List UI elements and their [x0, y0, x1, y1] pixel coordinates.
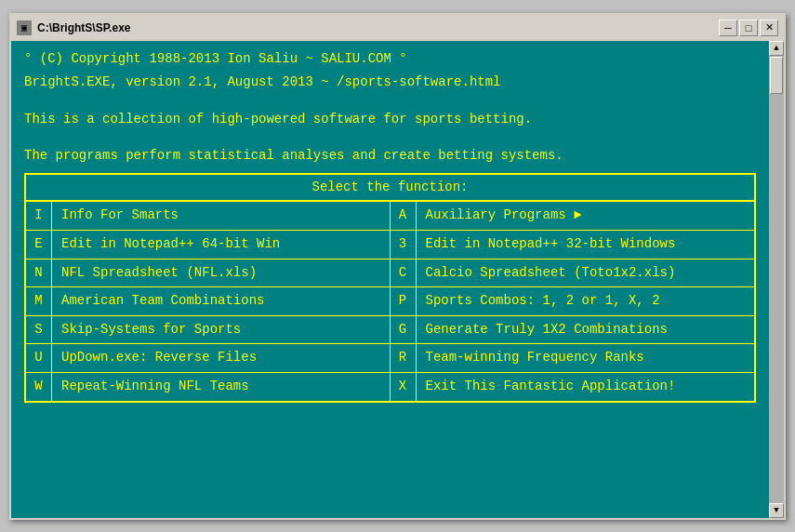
- window-title: C:\BrightS\SP.exe: [37, 21, 713, 34]
- window-icon: ▣: [17, 20, 32, 35]
- menu-label-G: Generate Truly 1X2 Combinations: [417, 316, 755, 344]
- menu-key-I: I: [26, 202, 52, 230]
- menu-grid: I Info For Smarts A Auxiliary Programs ►…: [26, 202, 754, 400]
- menu-label-M: American Team Combinations: [52, 287, 390, 315]
- copyright-line: ° (C) Copyright 1988-2013 Ion Saliu ~ SA…: [24, 50, 756, 69]
- scroll-up-button[interactable]: ▲: [769, 41, 784, 56]
- menu-label-X: Exit This Fantastic Application!: [417, 373, 755, 401]
- menu-key-A: A: [391, 202, 417, 230]
- menu-key-S: S: [26, 316, 52, 344]
- menu-row-3-right[interactable]: 3 Edit in Notepad++ 32-bit Windows: [391, 231, 755, 259]
- menu-label-P: Sports Combos: 1, 2 or 1, X, 2: [417, 287, 755, 315]
- menu-box: Select the function: I Info For Smarts A…: [24, 173, 756, 403]
- menu-label-3: Edit in Notepad++ 32-bit Windows: [417, 231, 755, 259]
- scroll-down-button[interactable]: ▼: [769, 503, 784, 518]
- maximize-button[interactable]: □: [739, 20, 758, 36]
- terminal: ° (C) Copyright 1988-2013 Ion Saliu ~ SA…: [11, 41, 769, 518]
- scrollbar[interactable]: ▲ ▼: [769, 41, 784, 518]
- menu-key-X: X: [391, 373, 417, 401]
- title-bar: ▣ C:\BrightS\SP.exe ─ □ ✕: [11, 15, 784, 41]
- menu-label-E: Edit in Notepad++ 64-bit Win: [52, 231, 390, 259]
- menu-key-M: M: [26, 287, 52, 315]
- menu-key-U: U: [26, 344, 52, 372]
- menu-key-C: C: [391, 259, 417, 287]
- menu-key-N: N: [26, 259, 52, 287]
- menu-label-A: Auxiliary Programs ►: [417, 202, 755, 230]
- menu-row-A-right[interactable]: A Auxiliary Programs ►: [391, 202, 755, 231]
- title-bar-buttons: ─ □ ✕: [719, 20, 778, 36]
- menu-row-E-left[interactable]: E Edit in Notepad++ 64-bit Win: [26, 231, 391, 259]
- menu-row-S-left[interactable]: S Skip-Systems for Sports: [26, 316, 391, 345]
- scroll-track[interactable]: [769, 56, 784, 503]
- menu-label-W: Repeat-Winning NFL Teams: [52, 373, 390, 401]
- minimize-button[interactable]: ─: [719, 20, 737, 36]
- content-area: ° (C) Copyright 1988-2013 Ion Saliu ~ SA…: [11, 41, 784, 518]
- menu-label-I: Info For Smarts: [52, 202, 390, 230]
- menu-label-R: Team-winning Frequency Ranks: [417, 344, 755, 372]
- menu-row-C-right[interactable]: C Calcio Spreadsheet (Toto1x2.xls): [391, 259, 755, 288]
- close-button[interactable]: ✕: [760, 20, 778, 36]
- menu-row-U-left[interactable]: U UpDown.exe: Reverse Files: [26, 344, 391, 373]
- description-line2: The programs perform statistical analyse…: [24, 147, 756, 166]
- menu-row-W-left[interactable]: W Repeat-Winning NFL Teams: [26, 373, 391, 401]
- version-line: BrightS.EXE, version 2.1, August 2013 ~ …: [24, 73, 756, 92]
- menu-row-P-right[interactable]: P Sports Combos: 1, 2 or 1, X, 2: [391, 287, 755, 316]
- menu-label-C: Calcio Spreadsheet (Toto1x2.xls): [417, 259, 755, 287]
- menu-key-3: 3: [391, 231, 417, 259]
- menu-key-R: R: [391, 344, 417, 372]
- menu-label-S: Skip-Systems for Sports: [52, 316, 390, 344]
- menu-key-E: E: [26, 231, 52, 259]
- menu-row-I-left[interactable]: I Info For Smarts: [26, 202, 391, 231]
- menu-row-N-left[interactable]: N NFL Spreadsheet (NFL.xls): [26, 259, 391, 288]
- menu-row-R-right[interactable]: R Team-winning Frequency Ranks: [391, 344, 755, 373]
- menu-key-W: W: [26, 373, 52, 401]
- menu-row-G-right[interactable]: G Generate Truly 1X2 Combinations: [391, 316, 755, 345]
- menu-key-G: G: [391, 316, 417, 344]
- scroll-thumb[interactable]: [770, 57, 783, 94]
- menu-label-U: UpDown.exe: Reverse Files: [52, 344, 390, 372]
- description-line1: This is a collection of high-powered sof…: [24, 111, 756, 129]
- menu-row-X-right[interactable]: X Exit This Fantastic Application!: [391, 373, 755, 401]
- menu-label-N: NFL Spreadsheet (NFL.xls): [52, 259, 390, 287]
- menu-row-M-left[interactable]: M American Team Combinations: [26, 287, 391, 316]
- menu-header: Select the function:: [26, 175, 754, 203]
- window: ▣ C:\BrightS\SP.exe ─ □ ✕ ° (C) Copyrigh…: [9, 13, 786, 520]
- menu-key-P: P: [391, 287, 417, 315]
